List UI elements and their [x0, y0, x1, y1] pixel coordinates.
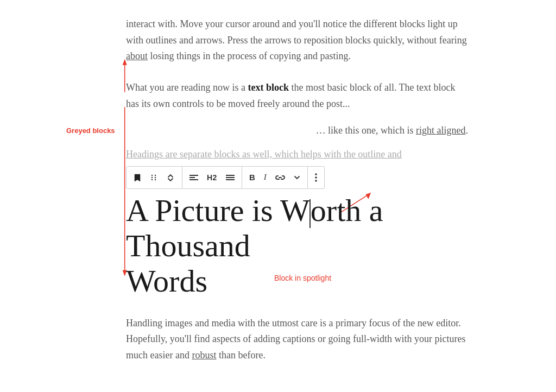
- svg-point-19: [315, 176, 317, 179]
- top-paragraph-text-after: losing things in the process of copying …: [148, 50, 351, 61]
- svg-point-8: [151, 177, 153, 178]
- right-aligned-line: … like this one, which is right aligned.: [88, 123, 468, 139]
- text-block-intro: What you are reading now is a: [126, 82, 248, 93]
- svg-point-18: [315, 173, 317, 175]
- svg-point-20: [315, 180, 317, 182]
- block-toolbar: H2 B I: [126, 166, 325, 189]
- toolbar-group-inline: B I: [242, 167, 308, 188]
- svg-point-9: [155, 177, 156, 178]
- italic-button[interactable]: I: [261, 171, 269, 184]
- svg-point-6: [151, 175, 153, 176]
- top-paragraph-text-before: interact with. Move your cursor around a…: [126, 18, 467, 46]
- heading-block-wrapper: Headings are separate blocks as well, wh…: [88, 147, 468, 193]
- bottom-paragraph-suffix: than before.: [216, 350, 265, 361]
- top-paragraph: interact with. Move your cursor around a…: [88, 16, 468, 65]
- heading-partial-text: Headings are separate blocks as well, wh…: [126, 147, 468, 163]
- h2-button[interactable]: H2: [204, 172, 220, 184]
- toolbar-group-more: [308, 167, 324, 188]
- move-arrows-button[interactable]: [163, 171, 178, 184]
- top-paragraph-link: about: [126, 50, 148, 61]
- bold-button[interactable]: B: [247, 171, 258, 184]
- annotation-greyed-blocks: Greyed blocks: [66, 125, 115, 136]
- grid-drag-button[interactable]: [147, 172, 160, 184]
- list-format-button[interactable]: [223, 172, 237, 183]
- bottom-paragraph: Handling images and media with the utmos…: [88, 315, 468, 364]
- toolbar-group-format: H2: [182, 167, 242, 188]
- svg-point-11: [155, 179, 156, 180]
- svg-point-7: [155, 175, 156, 176]
- link-button[interactable]: [273, 172, 288, 183]
- align-button[interactable]: [187, 172, 201, 183]
- svg-point-10: [151, 179, 153, 180]
- bottom-paragraph-link: robust: [192, 350, 216, 361]
- heading-line1-before-cursor: A Picture is W: [126, 193, 310, 228]
- text-block-bold: text block: [248, 82, 289, 93]
- text-block-paragraph: What you are reading now is a text block…: [88, 80, 468, 112]
- right-line-before: … like this one, which is: [316, 125, 416, 136]
- bookmark-button[interactable]: [131, 171, 144, 184]
- annotation-block-spotlight: Block in spotlight: [274, 272, 331, 284]
- more-options-button[interactable]: [312, 170, 320, 185]
- heading-line2: Words: [126, 263, 207, 299]
- bottom-paragraph-text: Handling images and media with the utmos…: [126, 318, 465, 361]
- toolbar-group-left: [127, 167, 182, 188]
- right-line-link: right aligned: [416, 125, 465, 136]
- more-inline-button[interactable]: [291, 172, 303, 183]
- right-line-after: .: [466, 125, 469, 136]
